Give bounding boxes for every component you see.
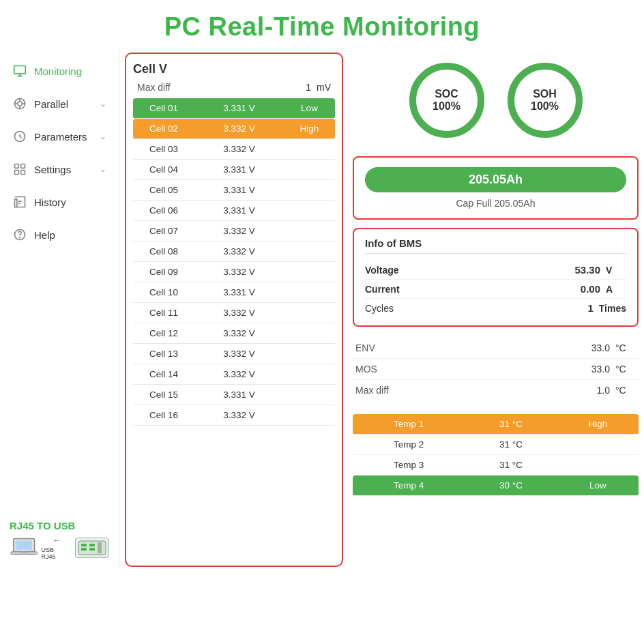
max-diff-unit: mV [317, 82, 331, 93]
svg-rect-12 [15, 171, 19, 175]
bms-unit: V [606, 265, 626, 276]
svg-rect-24 [89, 548, 95, 551]
history-icon [12, 194, 27, 209]
max-diff-row: Max diff 1 mV [133, 82, 335, 93]
cap-full-text: Cap Full 205.05Ah [365, 198, 626, 209]
bms-label: Current [365, 284, 426, 295]
bms-value: 53.30 [574, 264, 600, 276]
rj45-diagram: ← USB RJ45 [10, 536, 109, 560]
content-area: Cell V Max diff 1 mV Cell 013.331 VLowCe… [119, 48, 644, 567]
sidebar-item-parallel[interactable]: Parallel ⌄ [0, 88, 119, 119]
temp-row: Temp 231 °C [353, 435, 639, 455]
soc-value: 100% [433, 100, 460, 113]
settings-icon [12, 162, 27, 177]
bms-row: Voltage 53.30 V [365, 261, 626, 280]
sidebar-item-history[interactable]: History [0, 186, 119, 218]
bms-label: Cycles [365, 303, 426, 314]
cell-row: Cell 083.332 V [133, 241, 335, 262]
bms-unit: A [606, 284, 626, 295]
svg-rect-10 [15, 164, 19, 169]
env-section: ENV 33.0 °C MOS 33.0 °C Max diff 1.0 °C [353, 335, 639, 403]
soh-label: SOH [531, 88, 559, 100]
page-title: PC Real-Time Monitoring [0, 0, 644, 48]
capacity-bar: 205.05Ah [365, 167, 626, 192]
svg-rect-25 [98, 542, 102, 553]
rj45-section: RJ45 TO USB ← USB RJ45 [0, 506, 119, 560]
sidebar-item-help[interactable]: Help [0, 219, 119, 250]
svg-rect-22 [81, 548, 87, 551]
env-label: Max diff [355, 385, 417, 396]
svg-rect-0 [14, 66, 26, 74]
bms-label: Voltage [365, 265, 426, 276]
svg-rect-21 [81, 544, 87, 546]
temp-row: Temp 430 °CLow [353, 475, 639, 496]
temp-row: Temp 131 °CHigh [353, 414, 639, 435]
soc-label: SOC [433, 88, 460, 100]
bms-panel: Info of BMS Voltage 53.30 V Current 0.00… [353, 228, 639, 327]
svg-rect-19 [20, 552, 28, 553]
sidebar-item-monitoring[interactable]: Monitoring [0, 55, 119, 87]
parallel-icon [12, 96, 27, 111]
parameters-icon [12, 129, 27, 144]
cell-row: Cell 063.331 V [133, 201, 335, 221]
env-row: Max diff 1.0 °C [353, 380, 639, 400]
sidebar: Monitoring Parallel ⌄ Parameters ⌄ [0, 48, 119, 567]
sidebar-item-parallel-label: Parallel [34, 98, 68, 110]
soc-gauge: SOC 100% [406, 59, 488, 141]
cell-table: Cell 013.331 VLowCell 023.332 VHighCell … [133, 98, 335, 426]
svg-point-4 [18, 102, 23, 106]
rj45-label: RJ45 TO USB [10, 520, 109, 531]
cell-row: Cell 143.332 V [133, 364, 335, 385]
sidebar-item-settings[interactable]: Settings ⌄ [0, 153, 119, 185]
svg-rect-17 [16, 540, 32, 550]
max-diff-value: 1 [306, 82, 311, 93]
temp-row: Temp 331 °C [353, 455, 639, 475]
cell-panel: Cell V Max diff 1 mV Cell 013.331 VLowCe… [125, 53, 343, 567]
right-panel: SOC 100% SOH 100% [353, 53, 639, 567]
cell-row: Cell 113.332 V [133, 303, 335, 323]
bms-row: Current 0.00 A [365, 280, 626, 299]
help-icon [12, 227, 27, 242]
svg-rect-13 [21, 171, 25, 175]
soh-value: 100% [531, 100, 559, 113]
bms-row: Cycles 1 Times [365, 299, 626, 317]
env-row: MOS 33.0 °C [353, 359, 639, 380]
cell-row: Cell 053.331 V [133, 180, 335, 201]
bms-value: 0.00 [581, 283, 600, 295]
cell-row: Cell 023.332 VHigh [133, 119, 335, 139]
env-unit: °C [615, 385, 636, 396]
bms-value: 1 [587, 302, 593, 314]
cell-row: Cell 153.331 V [133, 385, 335, 405]
sidebar-item-parameters[interactable]: Parameters ⌄ [0, 121, 119, 152]
chevron-down-icon2: ⌄ [100, 132, 106, 141]
svg-rect-11 [21, 164, 25, 169]
arrow-left-icon: ← [53, 536, 61, 545]
bms-unit: Times [599, 303, 626, 314]
svg-point-15 [20, 237, 20, 238]
gauge-row: SOC 100% SOH 100% [353, 53, 639, 148]
env-value: 1.0 [597, 385, 610, 396]
sidebar-item-monitoring-label: Monitoring [34, 65, 82, 77]
cell-row: Cell 073.332 V [133, 221, 335, 241]
cell-row: Cell 103.331 V [133, 282, 335, 303]
env-row: ENV 33.0 °C [353, 338, 639, 359]
cell-row: Cell 043.331 V [133, 160, 335, 180]
cell-row: Cell 033.332 V [133, 139, 335, 160]
env-value: 33.0 [591, 364, 610, 375]
max-diff-label: Max diff [137, 82, 171, 93]
chevron-down-icon: ⌄ [100, 99, 106, 108]
sidebar-item-parameters-label: Parameters [34, 131, 87, 143]
env-label: ENV [355, 342, 417, 353]
env-label: MOS [355, 364, 417, 375]
cell-row: Cell 123.332 V [133, 323, 335, 344]
cell-row: Cell 093.332 V [133, 262, 335, 282]
env-value: 33.0 [591, 342, 610, 353]
capacity-panel: 205.05Ah Cap Full 205.05Ah [353, 156, 639, 220]
env-unit: °C [615, 342, 636, 353]
cell-row: Cell 133.332 V [133, 344, 335, 364]
chevron-down-icon3: ⌄ [100, 164, 106, 174]
laptop-icon [10, 536, 38, 560]
env-unit: °C [615, 364, 636, 375]
cell-panel-title: Cell V [133, 62, 335, 76]
bms-title: Info of BMS [365, 237, 626, 254]
